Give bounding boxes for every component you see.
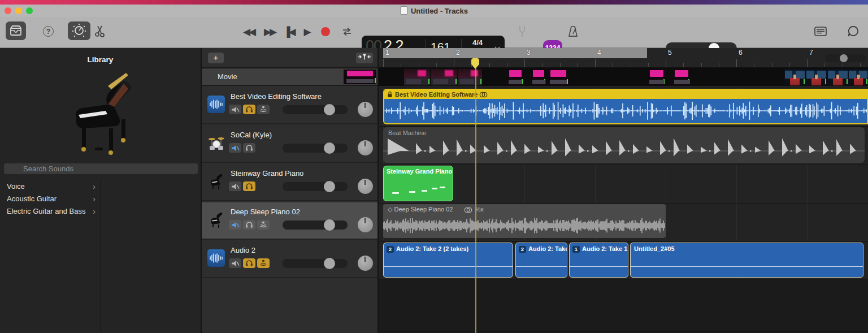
tuner-button[interactable]	[516, 24, 528, 42]
library-category-acoustic-guitar[interactable]: Acoustic Guitar›	[0, 193, 100, 205]
solo-button[interactable]	[243, 181, 255, 191]
play-button[interactable]: ▶	[301, 26, 314, 38]
waveform-glyph	[207, 96, 225, 113]
solo-button[interactable]	[243, 220, 255, 230]
input-monitoring-button[interactable]	[257, 258, 270, 268]
add-track-button[interactable]: +	[208, 53, 224, 63]
audio-level-bar	[567, 79, 568, 84]
input-monitoring-icon	[259, 258, 268, 266]
region-name: Best Video Editing Software	[395, 91, 478, 98]
input-monitoring-icon	[259, 105, 268, 113]
mute-button[interactable]	[229, 105, 241, 114]
loop-browser-button[interactable]	[847, 25, 860, 41]
track-header-4[interactable]: Deep Sleep Piano 02	[202, 202, 377, 240]
pan-knob[interactable]	[358, 140, 373, 155]
list-display-icon	[814, 26, 827, 37]
solo-button[interactable]	[243, 105, 255, 114]
audio-level-bar	[428, 79, 429, 84]
cycle-button[interactable]	[340, 25, 354, 41]
track-volume-slider[interactable]	[283, 144, 348, 153]
bar-gridline	[666, 165, 666, 202]
audio-level-bar	[522, 79, 523, 84]
input-monitoring-button[interactable]	[257, 220, 270, 230]
smart-controls-button[interactable]	[68, 21, 90, 40]
display-mode-button[interactable]	[814, 26, 827, 40]
pan-knob[interactable]	[358, 179, 373, 194]
metronome-icon	[566, 24, 580, 39]
lcd-time-signature[interactable]: 4/4	[472, 38, 483, 47]
record-button[interactable]	[321, 27, 330, 36]
input-monitoring-button[interactable]	[257, 105, 270, 114]
beat-tick	[824, 63, 825, 67]
track-volume-knob[interactable]	[324, 104, 335, 115]
track-volume-knob[interactable]	[324, 219, 335, 231]
window-titlebar: Untitled - Tracks	[0, 5, 868, 17]
audio-waveform-icon	[207, 96, 225, 113]
track-volume-knob[interactable]	[324, 142, 335, 154]
search-sounds-input[interactable]	[4, 163, 198, 174]
pan-knob[interactable]	[358, 256, 373, 271]
mute-button[interactable]	[229, 181, 241, 191]
quick-help-button[interactable]: ?	[43, 26, 54, 37]
lane-1: Best Video Editing Software	[379, 88, 868, 125]
region-video-audio[interactable]: Best Video Editing Software	[383, 89, 868, 124]
track-volume-slider[interactable]	[283, 182, 348, 191]
beat-tick	[701, 63, 702, 67]
movie-track-lane[interactable]	[379, 68, 868, 86]
mute-button[interactable]	[229, 220, 241, 230]
mute-speaker-icon	[231, 144, 240, 152]
forward-button[interactable]: ▶▶	[259, 26, 280, 38]
filter-tracks-button[interactable]	[356, 53, 373, 63]
beat-tick	[507, 63, 507, 67]
mute-button[interactable]	[229, 143, 241, 153]
track-volume-slider[interactable]	[283, 220, 348, 230]
region-midi[interactable]: Steinway Grand Piano	[383, 166, 453, 201]
library-category-electric-guitar-and-bass[interactable]: Electric Guitar and Bass›	[0, 205, 100, 218]
track-header-2[interactable]: SoCal (Kyle)	[202, 126, 377, 163]
solo-button[interactable]	[243, 143, 255, 153]
track-header-5[interactable]: Audio 2	[202, 241, 377, 278]
take-count-badge: 1	[572, 246, 580, 253]
metronome-button[interactable]	[566, 24, 580, 41]
track-header-3[interactable]: Steinway Grand Piano	[202, 164, 377, 201]
audio-level-bar	[544, 79, 545, 84]
tuning-fork-icon	[516, 24, 528, 40]
region-audio-loop[interactable]: ◇ Deep Sleep Piano 02⅓x	[383, 204, 666, 238]
pan-knob[interactable]	[358, 102, 373, 117]
grand-piano-glyph	[207, 211, 225, 228]
editors-button[interactable]	[94, 24, 106, 40]
bar-number-1: 1	[385, 49, 389, 57]
pan-knob[interactable]	[358, 217, 373, 232]
region-audio-take-4[interactable]: Untitled_2#05	[630, 243, 863, 278]
audio-level-bar	[688, 79, 689, 84]
timeline-ruler[interactable]: 1234567	[379, 48, 868, 68]
horizontal-zoom-slider[interactable]	[825, 54, 866, 62]
track-volume-knob[interactable]	[324, 181, 335, 192]
track-volume-knob[interactable]	[324, 258, 335, 269]
rewind-button[interactable]: ◀◀	[238, 26, 259, 38]
bar-tick	[666, 59, 666, 67]
region-name: Audio 2: Take	[528, 245, 567, 252]
mute-button[interactable]	[229, 258, 241, 268]
document-icon	[400, 6, 407, 15]
movie-frame-pink	[507, 69, 523, 85]
library-toggle-button[interactable]	[6, 21, 26, 40]
zoom-slider-knob[interactable]	[840, 54, 848, 62]
cycle-region[interactable]	[383, 48, 647, 58]
solo-button[interactable]	[243, 258, 255, 268]
track-volume-slider[interactable]	[283, 259, 348, 268]
region-audio-take-3[interactable]: 1Audio 2: Take 1 (	[569, 243, 628, 278]
region-drummer[interactable]: Beat Machine	[383, 127, 865, 163]
go-to-beginning-button[interactable]: ▐◀	[280, 26, 297, 38]
bar-tick	[736, 59, 737, 67]
movie-frame-pink	[531, 69, 546, 85]
bar-number-7: 7	[809, 49, 813, 57]
track-volume-slider[interactable]	[283, 105, 348, 114]
library-category-voice[interactable]: Voice›	[0, 180, 100, 193]
region-audio-take-1[interactable]: 2Audio 2: Take 2 (2 takes)	[383, 243, 513, 278]
track-name: Audio 2	[231, 246, 255, 254]
movie-track-header[interactable]: Movie	[202, 69, 377, 86]
track-header-1[interactable]: Best Video Editing Software	[202, 87, 377, 124]
bar-gridline	[524, 165, 525, 202]
region-audio-take-2[interactable]: 2Audio 2: Take	[515, 243, 567, 278]
